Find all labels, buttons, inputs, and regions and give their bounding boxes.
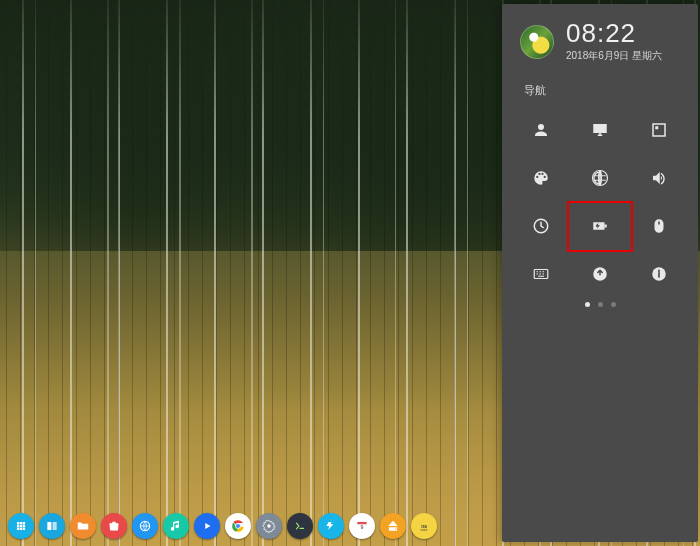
task-view-icon [45,519,59,533]
keyboard-settings-button[interactable] [512,250,571,298]
video-dock-item[interactable] [194,513,220,539]
browser-dock-item[interactable] [132,513,158,539]
launcher-icon [14,519,28,533]
clock-date: 2018年6月9日 星期六 [566,49,662,63]
clock-row: 08:22 2018年6月9日 星期六 [502,18,698,67]
sysinfo-icon [650,265,668,283]
account-icon [532,121,550,139]
mouse-icon [650,217,668,235]
music-dock-item[interactable] [163,513,189,539]
store-dock-item[interactable] [101,513,127,539]
sysinfo-settings-button[interactable] [629,250,688,298]
personalize-settings-button[interactable] [512,154,571,202]
terminal-icon [293,519,307,533]
browser-icon [138,519,152,533]
music-icon [169,519,183,533]
chrome-dock-item[interactable] [225,513,251,539]
pager-dot[interactable] [585,302,590,307]
disk-icon [386,519,400,533]
sound-icon [650,169,668,187]
mouse-settings-button[interactable] [629,202,688,250]
power-icon [591,217,609,235]
display-settings-button[interactable] [571,106,630,154]
update-settings-button[interactable] [571,250,630,298]
calendar-dock-item[interactable] [349,513,375,539]
dock [4,510,441,542]
datetime-settings-button[interactable] [512,202,571,250]
clock-time: 08:22 [566,20,662,46]
keyboard-icon [532,265,550,283]
launcher-dock-item[interactable] [8,513,34,539]
avatar[interactable] [520,25,554,59]
voice-dock-item[interactable] [411,513,437,539]
store-icon [107,519,121,533]
monitor-dock-item[interactable] [318,513,344,539]
settings-dock-item[interactable] [256,513,282,539]
network-settings-button[interactable] [571,154,630,202]
file-manager-icon [76,519,90,533]
chrome-icon [231,519,245,533]
nav-section-title: 导航 [502,67,698,106]
pager-dot[interactable] [611,302,616,307]
voice-icon [417,519,431,533]
display-icon [591,121,609,139]
desktop: 08:22 2018年6月9日 星期六 导航 [0,0,700,546]
task-view-dock-item[interactable] [39,513,65,539]
settings-icon [262,519,276,533]
update-icon [591,265,609,283]
terminal-dock-item[interactable] [287,513,313,539]
nav-grid [502,106,698,298]
account-settings-button[interactable] [512,106,571,154]
nav-pager [502,302,698,307]
datetime-icon [532,217,550,235]
pager-dot[interactable] [598,302,603,307]
monitor-icon [324,519,338,533]
calendar-icon [355,519,369,533]
file-manager-dock-item[interactable] [70,513,96,539]
network-icon [591,169,609,187]
default-apps-icon [650,121,668,139]
sound-settings-button[interactable] [629,154,688,202]
power-settings-button[interactable] [571,202,630,250]
video-icon [200,519,214,533]
personalize-icon [532,169,550,187]
default-apps-settings-button[interactable] [629,106,688,154]
disk-dock-item[interactable] [380,513,406,539]
control-center-panel: 08:22 2018年6月9日 星期六 导航 [502,4,698,542]
